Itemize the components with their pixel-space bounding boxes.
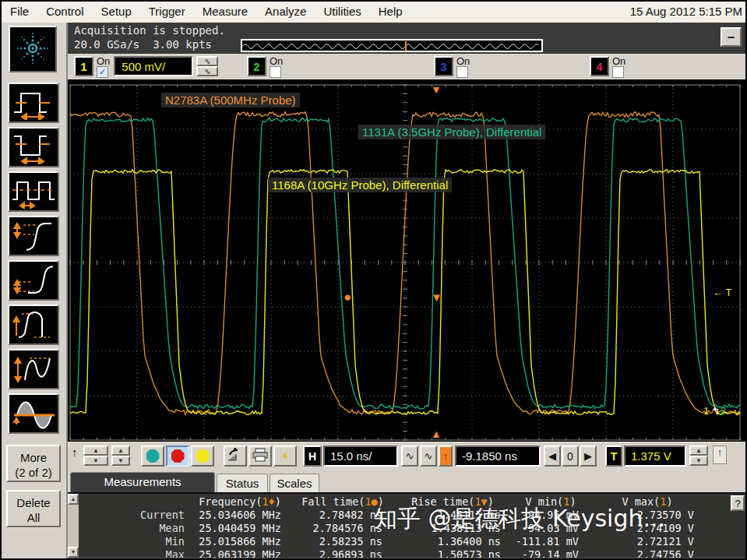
menu-utilities[interactable]: Utilities <box>315 2 369 18</box>
row-label: Min <box>82 535 185 548</box>
cell-value: 25.034606 MHz <box>188 509 281 521</box>
channel-1-on-checkbox[interactable]: ✓ <box>97 66 108 78</box>
fall-time-marker[interactable]: ● <box>344 292 351 303</box>
channel-4-button[interactable]: 4 <box>590 56 609 76</box>
slope-up-icon: ↑ <box>72 446 78 467</box>
measure-rise-time-button[interactable] <box>8 216 59 256</box>
clock: 15 Aug 2012 5:15 PM <box>630 5 742 18</box>
minimize-button[interactable]: – <box>721 27 742 47</box>
tab-measurements[interactable]: Measurements <box>70 472 215 492</box>
column-header-frequency: Frequency(1♦) <box>188 495 292 508</box>
delete-all-sublabel: All <box>12 510 55 525</box>
position-left-button[interactable]: ◀ <box>544 446 561 467</box>
trigger-down-button[interactable]: ▼ <box>689 456 708 466</box>
spin2-up-button[interactable]: ▲ <box>111 446 130 456</box>
main-area: Acquisition is stopped. 20.0 GSa/s 3.00 … <box>68 23 747 560</box>
rise-time-marker[interactable]: ▼ <box>431 292 442 303</box>
cell-value: 1.36400 ns <box>393 535 501 548</box>
brand-logo-icon[interactable] <box>9 26 57 72</box>
vertical-spinner-2: ▲ ▼ <box>111 446 130 467</box>
channel-3-button[interactable]: 3 <box>434 56 453 76</box>
scroll-down-button[interactable]: ▼ <box>68 547 79 558</box>
cell-value: 2.58235 ns <box>292 535 382 548</box>
menu-help[interactable]: Help <box>370 2 411 18</box>
channel-1-button[interactable]: 1 <box>74 56 93 76</box>
position-right-button[interactable]: ▶ <box>580 446 597 467</box>
measure-pulse-width-positive-button[interactable] <box>8 83 59 123</box>
marker-color-yellow-button[interactable] <box>191 446 214 467</box>
marker-color-red-button[interactable] <box>166 446 189 467</box>
more-button[interactable]: More (2 of 2) <box>6 445 61 482</box>
trace-label: 1168A (10GHz Probe), Differential <box>268 178 452 192</box>
spark-logo-icon <box>11 27 55 69</box>
row-label: Max <box>82 548 185 558</box>
cell-value: -111.81 mV <box>512 535 579 548</box>
horizontal-menu-button[interactable]: H <box>303 446 322 467</box>
spin2-down-button[interactable]: ▼ <box>111 456 130 466</box>
trigger-level-display: 1.375 V <box>624 446 686 467</box>
trigger-time-bottom[interactable]: ▲ <box>431 428 442 439</box>
zoom-out-time-button[interactable]: ∿ <box>401 446 418 467</box>
printer-icon <box>252 448 269 462</box>
marker-color-teal-button[interactable] <box>141 446 164 467</box>
position-zero-button[interactable]: 0 <box>562 446 579 467</box>
acquisition-status: Acquisition is stopped. <box>74 24 225 37</box>
trace-label: N2783A (500MHz Probe) <box>161 93 300 107</box>
cell-value: 2.96893 ns <box>292 548 382 558</box>
menu-setup[interactable]: Setup <box>93 2 140 18</box>
print-button[interactable] <box>248 446 272 467</box>
channel-ground-markers: 1 ↰2 <box>703 405 726 417</box>
cursor-icon: ↰ <box>712 405 721 417</box>
zoom-in-time-button[interactable]: ∿ <box>420 446 437 467</box>
trigger-level-spinner: ▲ ▼ <box>689 446 708 467</box>
channel-1-group: 1On✓500 mV/∿∿ <box>74 56 218 78</box>
measure-pulse-width-negative-button[interactable] <box>8 127 59 167</box>
scroll-up-button[interactable]: ▲ <box>68 494 79 505</box>
scope-display[interactable]: N2783A (500MHz Probe)1131A (3.5GHz Probe… <box>68 79 747 442</box>
measure-overshoot-button[interactable] <box>8 305 59 345</box>
channel-1-ground-marker: 1 <box>703 405 709 417</box>
channel-2-on-checkbox[interactable] <box>270 66 281 78</box>
channel-coupling-dc-button[interactable]: ∿ <box>196 66 218 76</box>
menu-measure[interactable]: Measure <box>194 2 256 18</box>
cell-value: 2.74756 V <box>590 548 694 558</box>
trigger-up-button[interactable]: ▲ <box>689 446 708 456</box>
trigger-level-marker[interactable]: ← T <box>713 287 731 298</box>
help-button[interactable]: ? <box>731 495 745 511</box>
menu-trigger[interactable]: Trigger <box>140 2 194 18</box>
menu-analyze[interactable]: Analyze <box>256 2 315 18</box>
waveform-overview-strip[interactable] <box>241 39 543 52</box>
measure-period-button[interactable] <box>8 171 59 212</box>
tab-status[interactable]: Status <box>217 474 268 492</box>
channel-1-scale-display: 500 mV/ <box>114 56 193 76</box>
channel-coupling-ac-button[interactable]: ∿ <box>196 56 218 66</box>
delete-all-button[interactable]: Delete All <box>6 490 61 527</box>
channel-2-button[interactable]: 2 <box>247 56 266 76</box>
table-row-max: Max25.063199 MHz2.96893 ns1.50573 ns-79.… <box>79 548 717 558</box>
table-scrollbar[interactable]: ▲ ▼ <box>68 494 79 558</box>
sample-rate-status: 20.0 GSa/s 3.00 kpts <box>74 38 212 51</box>
brightness-button[interactable]: ☀ <box>273 446 297 467</box>
trigger-menu-button[interactable]: T <box>605 446 622 467</box>
export-icon <box>227 448 244 462</box>
channel-3-on-checkbox[interactable] <box>456 66 468 78</box>
export-button[interactable] <box>224 446 247 467</box>
channel-4-on-label: On <box>612 56 625 66</box>
channel-4-on-checkbox[interactable] <box>612 66 624 78</box>
cell-value: 25.015866 MHz <box>188 535 281 548</box>
horizontal-toolbar: ↑ ▲ ▼ ▲ ▼ <box>68 442 747 471</box>
measure-amplitude-button[interactable] <box>8 349 59 389</box>
measure-fall-time-button[interactable] <box>8 260 59 301</box>
trigger-time-top[interactable]: ▼ <box>431 84 442 95</box>
spin1-down-button[interactable]: ▼ <box>83 456 108 466</box>
trace-label: 1131A (3.5GHz Probe), Differential <box>358 125 545 139</box>
tab-scales[interactable]: Scales <box>270 474 319 492</box>
spin1-up-button[interactable]: ▲ <box>83 446 108 456</box>
measure-area-button[interactable] <box>8 393 59 434</box>
trigger-position-button[interactable]: ↑ <box>439 446 453 467</box>
menu-file[interactable]: File <box>2 2 37 18</box>
menu-control[interactable]: Control <box>37 2 92 18</box>
horizontal-position-display: -9.1850 ns <box>455 446 541 467</box>
cell-value: 25.040459 MHz <box>188 522 281 534</box>
teal-octagon-icon <box>146 449 160 463</box>
